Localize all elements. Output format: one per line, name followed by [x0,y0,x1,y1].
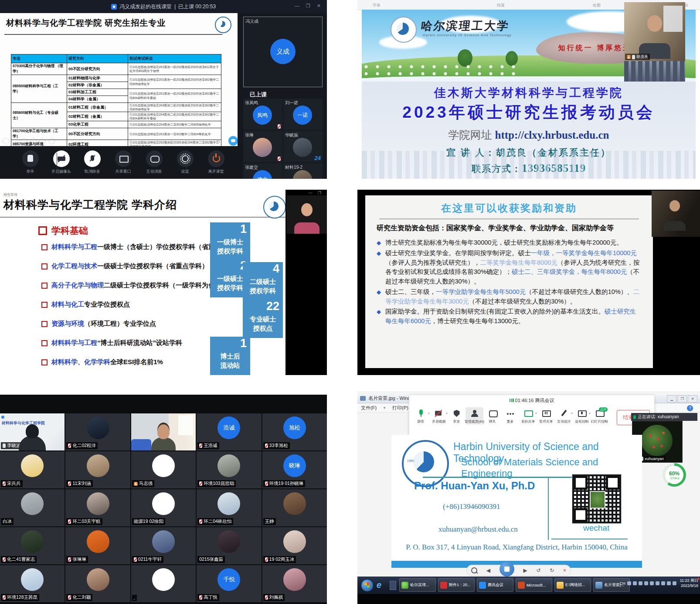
student-tile[interactable]: 华赋振 24 [283,131,323,162]
video-tile[interactable]: 千悦 高丁悦 [197,565,261,602]
tray-icon[interactable] [627,581,631,585]
toolbar-button[interactable]: 举手 [18,150,43,174]
delete-button[interactable]: × [563,567,566,573]
toolbar-button[interactable]: 互动消息 [142,150,167,174]
taskbar-clock[interactable]: 11:22 周日 2022/9/18 [680,578,698,588]
tray-icon[interactable] [656,581,659,585]
student-tile[interactable]: 张凤鸣 凤鸣 [243,99,282,130]
next-button[interactable]: ▶ [523,567,527,573]
taskbar-app-button[interactable]: E:\网络招... [554,578,591,592]
chat-bubble-button[interactable] [228,136,238,146]
meeting-toolbar-button[interactable]: 更多 [501,407,519,424]
video-tile[interactable]: 旭松 33李旭松 [262,413,327,450]
video-tile[interactable]: 浩诚 王浩诚 [197,413,261,450]
input-language-indicator[interactable]: CH [620,581,625,586]
ribbon-group-drawing[interactable]: 绘图 [593,3,601,8]
tray-icon[interactable] [650,581,654,585]
meeting-toolbar-button[interactable]: 开启视频 ▾ [430,407,448,424]
tray-icon[interactable] [644,581,648,585]
slideshow-button[interactable] [500,562,514,577]
toolbar-button[interactable]: 共享窗口 [111,150,136,174]
video-tile[interactable]: . [131,565,196,602]
taskbar-app-button[interactable]: Microsoft... [516,578,552,592]
toolbar-button[interactable]: 设置 [173,150,198,174]
video-tile[interactable]: 白冰 [0,489,65,526]
video-tile[interactable]: 录制中 材料科学与化学工程学院 李晓波 [0,413,65,450]
taskbar-app-button[interactable]: 哈尔滨理... [399,578,436,592]
presenter-webcam[interactable] [652,191,700,237]
student-tile[interactable]: 刘一诺 一诺 [283,99,323,130]
meeting-toolbar-button[interactable]: 远程控制 ▾ [573,407,591,424]
media-player-icon[interactable] [390,581,396,590]
tray-icon[interactable] [667,581,671,585]
meeting-toolbar-button[interactable]: 聊天 [483,407,501,424]
meeting-toolbar-button[interactable]: 静音 ▾ [412,407,430,424]
meeting-toolbar-button[interactable]: 幻灯片控制 已开 [591,407,608,424]
rotate-left-button[interactable]: ↺ [536,567,540,573]
taskbar-app-button[interactable]: 腾讯会议 [477,578,513,592]
ribbon-group-paragraph[interactable]: 段落 [497,3,505,8]
annotation-toolbar[interactable] [3,138,55,144]
taskbar-app-button[interactable]: 附件1：20... [438,578,475,592]
speed-ball-widget[interactable]: 60%↑370K/s [663,463,686,487]
student-tile[interactable]: 材料19-2 [283,163,323,179]
minimize-button[interactable]: ▁ [667,395,676,403]
video-tile[interactable]: 马志强 [131,451,196,488]
video-tile[interactable]: 张琳琳 [65,527,130,564]
video-tile[interactable]: 19 02周玉冰 [262,527,327,564]
window-controls[interactable]: — ❐ ✕ [295,3,323,9]
video-tile[interactable]: 化二02程洋 [65,413,130,450]
meeting-toolbar-button[interactable]: 暂停共享 [537,407,555,424]
toolbar-button[interactable]: 开启摄像头 [49,150,74,174]
meeting-toolbar-button[interactable]: 新的共享 ▾ [519,407,537,424]
video-tile[interactable]: 11宋刘涵 [65,451,130,488]
video-tile[interactable]: 化二刘颖 [65,565,130,602]
video-tile[interactable]: 环境103屈思聪 [197,451,261,488]
presenter-webcam[interactable]: 胡茂良 [624,2,685,61]
teacher-video-tile[interactable]: 冯义成 义成 [243,17,323,87]
video-tile[interactable]: 宋兵兵 [0,451,65,488]
column-header: 初试考试科目 [128,55,221,63]
tray-icon[interactable] [633,581,637,585]
previous-button[interactable]: ◀ [486,567,490,573]
toolbar-button[interactable]: 离开课堂 [204,150,229,174]
video-tile[interactable]: 王静 [262,489,327,526]
meeting-toolbar-button[interactable]: 安全 [448,407,466,424]
zoom-icon[interactable] [471,567,477,573]
ribbon-group-font[interactable]: 字体 [373,3,381,8]
chevron-down-icon[interactable]: ▾ [428,412,429,415]
start-button[interactable] [361,579,374,592]
close-button[interactable]: ✕ [688,395,697,403]
video-tile[interactable]: 环境128王茜昆 [0,565,65,602]
meeting-toolbar-button[interactable]: 互动批注 ▾ [555,407,573,424]
maximize-button[interactable]: ❐ [677,395,687,403]
tray-icon[interactable] [673,581,676,585]
video-tile[interactable]: 杨昕 [131,413,196,450]
meeting-toolbar-button[interactable]: 管理成员(40) [466,407,483,424]
video-tile[interactable]: 能源19 02徐阳 [131,489,196,526]
student-tile[interactable]: 张建交 建交 [243,163,282,179]
chevron-down-icon[interactable]: ▾ [445,412,447,415]
chevron-down-icon[interactable]: ▾ [535,412,537,415]
video-tile[interactable]: 刘佩祺 [262,565,327,602]
chevron-down-icon[interactable]: ▾ [588,412,590,415]
video-tile[interactable]: 0211牛宇轩 [131,527,196,564]
menu-file[interactable]: 文件(F) [361,405,377,411]
video-tile[interactable]: 晓琳 环境19 01孙晓琳 [262,451,327,488]
website-url[interactable]: http://clxy.hrbust.edu.cn [495,129,609,141]
video-tile[interactable]: 环二03关宇航 [65,489,130,526]
help-icon[interactable]: ? [687,405,693,411]
tray-icon[interactable] [661,581,665,585]
presenter-webcam[interactable] [286,195,327,234]
student-tile[interactable]: 张琳 [243,131,282,162]
rotate-right-button[interactable]: ↻ [550,567,554,573]
video-tile[interactable]: 0215张鑫茹 [197,527,261,564]
tray-icon[interactable] [639,581,642,585]
internet-explorer-icon[interactable]: e [377,580,387,590]
toolbar-button[interactable]: 取消静音 [80,150,105,174]
video-tile[interactable]: 环二04林欣怡 [197,489,261,526]
chevron-down-icon[interactable]: ▾ [571,412,572,415]
video-tile[interactable]: 化二41曹家志 [0,527,65,564]
menu-print[interactable]: 打印(P) [392,405,408,411]
window-controls[interactable]: — ❐ [308,191,323,195]
